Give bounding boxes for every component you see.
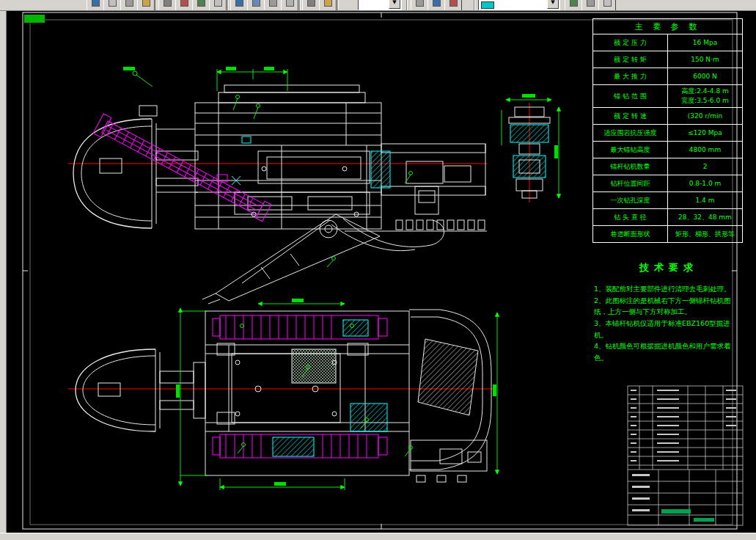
tech-note: 4、钻机颜色可根据掘进机颜色和用户需求着色。 [594, 340, 744, 363]
param-label: 最 大 推 力 [593, 68, 668, 85]
param-value: 150 N·m [668, 51, 743, 68]
toolbar-icon [269, 0, 277, 7]
toolbar-button[interactable] [230, 0, 248, 11]
tech-requirements-title: 技术要求 [594, 261, 744, 274]
parameter-table: 主 要 参 数 额 定 压 力16 Mpa 额 定 转 矩150 N·m 最 大… [592, 18, 743, 243]
toolbar-separator [299, 0, 301, 10]
tech-note: 1、装配前对主要部件进行清理去毛刺处理。 [594, 283, 744, 295]
param-label: 锚杆钻机数量 [593, 158, 668, 175]
toolbar-icon [142, 0, 150, 7]
toolbar-button[interactable] [264, 0, 282, 11]
toolbar-icon [603, 0, 612, 7]
color-swatch [481, 1, 494, 9]
chevron-down-icon[interactable]: ▼ [547, 0, 559, 9]
toolbar-icon [307, 0, 315, 7]
param-label: 额 定 转 速 [593, 108, 668, 125]
toolbar-icon [197, 0, 205, 7]
param-label: 适应围岩抗压强度 [593, 125, 668, 142]
toolbar-icon [570, 0, 578, 7]
toolbar-button[interactable] [598, 0, 616, 11]
toolbar-button[interactable] [302, 0, 320, 11]
toolbar-icon [125, 0, 133, 7]
param-label: 钻杆位置间距 [593, 175, 668, 192]
param-value: 0.8-1.0 m [668, 175, 743, 192]
param-value: 28、32、48 mm [668, 209, 743, 226]
top-toolbar: ▼ ▼ [0, 0, 756, 11]
param-label: 一次钻孔深度 [593, 192, 668, 209]
tech-note: 3、本锚杆钻机仅适用于标准EBZ160型掘进机。 [594, 318, 744, 340]
toolbar-button[interactable] [411, 0, 428, 11]
toolbar-button[interactable] [158, 0, 176, 11]
toolbar-button[interactable] [137, 0, 155, 11]
toolbar-separator [406, 0, 408, 10]
toolbar-button[interactable] [120, 0, 138, 11]
toolbar-button[interactable] [175, 0, 193, 11]
toolbar-separator [155, 0, 157, 10]
toolbar-button[interactable] [444, 0, 462, 11]
toolbar-button[interactable] [565, 0, 582, 11]
toolbar-icon [324, 0, 332, 7]
param-value: 2 [668, 158, 743, 175]
param-value: (320 r/min [668, 108, 743, 125]
toolbar-icon [92, 0, 100, 7]
horizontal-scrollbar-area[interactable] [0, 533, 756, 540]
toolbar-button[interactable] [247, 0, 265, 11]
toolbar-button[interactable] [87, 0, 104, 11]
window-left-border [0, 10, 7, 533]
toolbar-icon [416, 0, 424, 7]
parameter-table-title: 主 要 参 数 [593, 19, 743, 34]
toolbar-separator [227, 0, 229, 10]
toolbar-button[interactable] [427, 0, 445, 11]
toolbar-color-dropdown[interactable]: ▼ [478, 0, 560, 10]
toolbar-icon [180, 0, 188, 7]
toolbar-button[interactable] [581, 0, 599, 11]
toolbar-button[interactable] [281, 0, 298, 11]
param-label: 巷道断面形状 [593, 226, 668, 243]
toolbar-icon [109, 0, 117, 7]
chevron-down-icon[interactable]: ▼ [389, 0, 400, 9]
param-value: 矩形、梯形、拱形等 [668, 226, 743, 243]
param-value: 1.4 m [668, 192, 743, 209]
tech-note: 2、此图标注的是机械右下方一侧锚杆钻机图纸，上方一侧与下方对称加工。 [594, 295, 744, 318]
toolbar-icon [286, 0, 294, 7]
toolbar-icon [235, 0, 243, 7]
toolbar-dropdown[interactable]: ▼ [358, 0, 402, 10]
param-value: 16 Mpa [668, 34, 743, 51]
toolbar-separator [474, 0, 475, 10]
param-value: 4800 mm [668, 142, 743, 158]
param-value: ≤120 Mpa [668, 125, 743, 142]
param-value: 高度:2.4-4.8 m 宽度:3.5-6.0 m [668, 85, 743, 108]
param-value: 6000 N [668, 68, 743, 85]
param-label: 钻 头 直 径 [593, 209, 668, 226]
toolbar-icon [449, 0, 458, 7]
toolbar-separator [337, 0, 339, 10]
toolbar-icon [587, 0, 595, 7]
toolbar-button[interactable] [319, 0, 337, 11]
toolbar-icon [214, 0, 222, 7]
toolbar-button[interactable] [209, 0, 227, 11]
toolbar-icon [252, 0, 260, 7]
toolbar-button[interactable] [192, 0, 210, 11]
param-label: 额 定 压 力 [593, 34, 668, 51]
toolbar-icon [164, 0, 172, 7]
toolbar-button[interactable] [103, 0, 121, 11]
param-label: 锚 钻 范 围 [593, 85, 668, 108]
technical-requirements: 技术要求 1、装配前对主要部件进行清理去毛刺处理。 2、此图标注的是机械右下方一… [594, 261, 744, 364]
param-label: 额 定 转 矩 [593, 51, 668, 68]
toolbar-icon [433, 0, 441, 7]
param-label: 最大锚钻高度 [593, 142, 668, 158]
